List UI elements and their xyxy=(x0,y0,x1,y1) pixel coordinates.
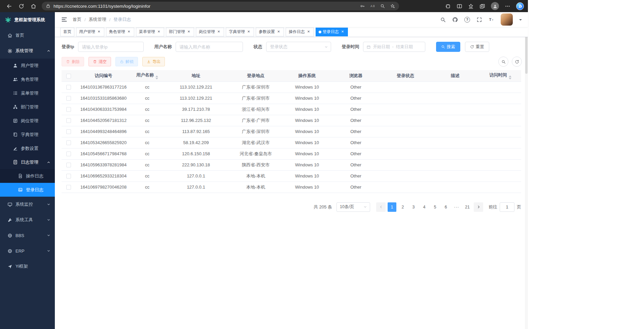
close-icon[interactable]: × xyxy=(340,30,345,34)
header-search-button[interactable] xyxy=(440,17,446,23)
user-avatar[interactable] xyxy=(501,13,513,26)
tab-role-management[interactable]: 角色管理× xyxy=(106,28,134,36)
sidebar-item-dict-management[interactable]: 字典管理 xyxy=(0,128,55,141)
refresh-table-button[interactable] xyxy=(512,57,522,67)
page-size-select[interactable]: 10条/页 xyxy=(336,202,370,212)
login-time-range-picker[interactable]: 开始日期 - 结束日期 xyxy=(363,42,425,52)
table-row[interactable]: 1641031533185863680cc113.102.129.221广东省-… xyxy=(62,93,521,104)
tab-operation-log[interactable]: 操作日志× xyxy=(286,28,314,36)
tab-dict-management[interactable]: 字典管理× xyxy=(226,28,254,36)
font-size-button[interactable] xyxy=(489,17,494,23)
tab-post-management[interactable]: 岗位管理× xyxy=(196,28,224,36)
table-row[interactable]: 1641069652933218304cc127.0.0.1本地-本机Windo… xyxy=(62,170,521,182)
add-favorite-button[interactable] xyxy=(390,4,395,8)
tab-user-management[interactable]: 用户管理× xyxy=(76,28,104,36)
table-row[interactable]: 1641031367863177216cc113.102.129.221广东省-… xyxy=(62,81,521,93)
close-icon[interactable]: × xyxy=(276,30,281,34)
sort-carets[interactable] xyxy=(509,75,511,79)
avatar-caret-down-icon[interactable] xyxy=(519,19,522,22)
table-row[interactable]: 1641044993248464896cc113.87.92.165广东省-深圳… xyxy=(62,126,521,137)
close-icon[interactable]: × xyxy=(97,30,101,34)
page-button-3[interactable]: 3 xyxy=(409,202,418,212)
login-ip-input[interactable] xyxy=(78,42,144,52)
tab-dept-management[interactable]: 部门管理× xyxy=(166,28,194,36)
user-name-input[interactable] xyxy=(176,42,243,52)
extensions-button[interactable] xyxy=(445,3,451,9)
tab-login-log[interactable]: 登录日志× xyxy=(316,28,348,36)
row-checkbox[interactable] xyxy=(66,140,71,145)
pager-more-button[interactable]: ··· xyxy=(452,202,461,212)
help-button[interactable]: ? xyxy=(464,17,470,23)
read-aloud-button[interactable] xyxy=(370,4,375,8)
zoom-button[interactable] xyxy=(380,4,385,8)
sidebar-item-param-settings[interactable]: 参数设置 xyxy=(0,141,55,155)
goto-page-input[interactable] xyxy=(500,202,514,212)
back-button[interactable] xyxy=(4,1,14,11)
sidebar-item-log-management[interactable]: 日志管理 xyxy=(0,155,55,169)
row-checkbox[interactable] xyxy=(66,107,71,112)
sidebar-item-system-tools[interactable]: 系统工具 xyxy=(0,212,55,228)
page-button-4[interactable]: 4 xyxy=(420,202,429,212)
sidebar-item-system-monitor[interactable]: 系统监控 xyxy=(0,197,55,212)
app-logo[interactable]: 意框架管理系统 xyxy=(0,12,55,28)
page-button-21[interactable]: 21 xyxy=(463,202,472,212)
page-scrollbar[interactable] xyxy=(525,12,528,329)
settings-more-button[interactable] xyxy=(505,3,510,9)
delete-button[interactable]: 删除 xyxy=(62,57,84,66)
sidebar-item-erp[interactable]: ERP xyxy=(0,243,55,259)
sidebar-item-operation-log[interactable]: 操作日志 xyxy=(0,169,55,183)
sidebar-item-post-management[interactable]: 岗位管理 xyxy=(0,114,55,128)
page-button-2[interactable]: 2 xyxy=(398,202,407,212)
sidebar-item-system-management[interactable]: 系统管理 xyxy=(0,43,55,59)
tab-param-settings[interactable]: 参数设置× xyxy=(256,28,284,36)
profile-button[interactable] xyxy=(491,2,499,10)
page-button-1[interactable]: 1 xyxy=(388,202,396,212)
sidebar-item-bbs[interactable]: BBS xyxy=(0,228,55,243)
export-button[interactable]: 导出 xyxy=(142,57,165,66)
sidebar-item-yi-framework[interactable]: Yi框架 xyxy=(0,259,55,274)
sidebar-item-menu-management[interactable]: 菜单管理 xyxy=(0,86,55,100)
sidebar-item-user-management[interactable]: 用户管理 xyxy=(0,59,55,72)
row-checkbox[interactable] xyxy=(66,129,71,134)
row-checkbox[interactable] xyxy=(66,96,71,101)
column-header-visit-time[interactable]: 访问时间 xyxy=(479,70,521,81)
sort-carets[interactable] xyxy=(155,75,158,79)
table-row[interactable]: 1641044520567181312cc112.96.225.132广东省-广… xyxy=(62,115,521,126)
hamburger-icon[interactable] xyxy=(61,16,68,23)
column-header-user-name[interactable]: 用户名称 xyxy=(131,70,163,81)
favorites-button[interactable] xyxy=(468,3,474,9)
row-checkbox[interactable] xyxy=(66,85,71,90)
unlock-button[interactable]: 解锁 xyxy=(115,57,138,66)
row-checkbox[interactable] xyxy=(66,152,71,156)
close-icon[interactable]: × xyxy=(127,30,131,34)
prev-page-button[interactable] xyxy=(376,202,386,212)
row-checkbox[interactable] xyxy=(66,118,71,123)
close-icon[interactable]: × xyxy=(156,30,161,34)
copilot-button[interactable]: b xyxy=(516,2,524,10)
table-row[interactable]: 1641053426655825920cc58.19.42.209湖北省-武汉市… xyxy=(62,137,521,148)
row-checkbox[interactable] xyxy=(66,174,71,178)
select-all-checkbox[interactable] xyxy=(66,74,71,78)
toggle-search-button[interactable] xyxy=(498,57,508,67)
password-button[interactable] xyxy=(360,4,365,8)
browser-home-button[interactable] xyxy=(28,1,38,11)
search-button[interactable]: 搜索 xyxy=(436,42,460,52)
breadcrumb-item[interactable]: 首页 xyxy=(73,17,81,23)
tab-home[interactable]: 首页 xyxy=(60,28,74,36)
fullscreen-button[interactable] xyxy=(476,17,482,23)
sidebar-item-home[interactable]: 首页 xyxy=(0,28,55,43)
url-text[interactable]: https://ccnetcore.com:1101/system/log/lo… xyxy=(53,4,357,9)
close-icon[interactable]: × xyxy=(186,30,191,34)
close-icon[interactable]: × xyxy=(306,30,311,34)
page-button-6[interactable]: 6 xyxy=(441,202,450,212)
tab-menu-management[interactable]: 菜单管理× xyxy=(136,28,164,36)
table-row[interactable]: 1641054566717984768cc120.6.150.158河北省-秦皇… xyxy=(62,148,521,159)
table-row[interactable]: 1641043063331753984cc39.171.210.78浙江省-绍兴… xyxy=(62,104,521,115)
sidebar-item-role-management[interactable]: 角色管理 xyxy=(0,72,55,86)
sidebar-item-login-log[interactable]: 登录日志 xyxy=(0,183,55,197)
clear-button[interactable]: 清空 xyxy=(88,57,111,66)
sidebar-item-dept-management[interactable]: 部门管理 xyxy=(0,100,55,114)
address-bar[interactable]: https://ccnetcore.com:1101/system/log/lo… xyxy=(42,2,399,10)
reset-button[interactable]: 重置 xyxy=(465,42,489,52)
row-checkbox[interactable] xyxy=(66,163,71,167)
